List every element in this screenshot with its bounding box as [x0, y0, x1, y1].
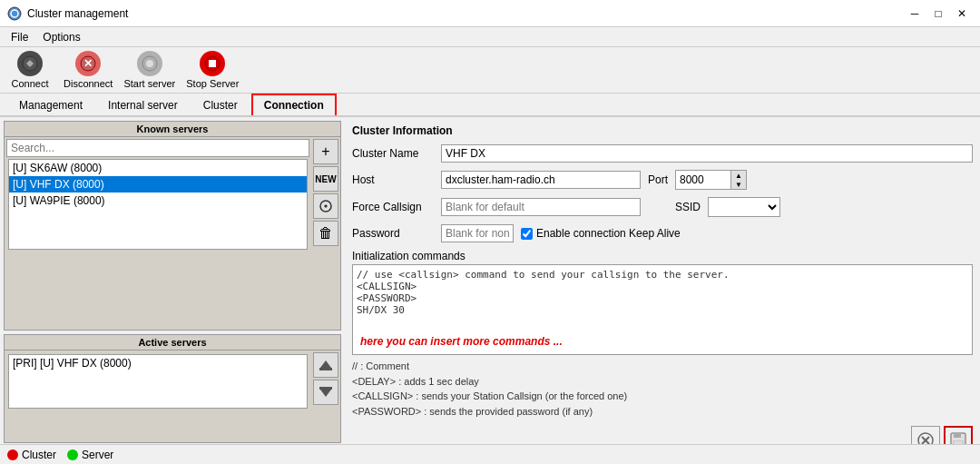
status-bar: Cluster Server — [0, 444, 980, 464]
delete-server-button[interactable]: 🗑 — [313, 221, 338, 246]
move-down-button[interactable] — [313, 380, 338, 405]
ssid-label: SSID — [675, 201, 701, 213]
svg-point-6 — [146, 60, 153, 67]
active-servers-list: [PRI] [U] VHF DX (8000) — [8, 354, 308, 409]
disconnect-icon: ✕ — [75, 51, 101, 76]
force-callsign-input[interactable] — [441, 198, 641, 216]
menu-bar: File Options — [0, 27, 980, 47]
cluster-name-input[interactable] — [441, 144, 973, 163]
add-server-button[interactable]: + — [313, 139, 338, 164]
stop-server-label: Stop Server — [186, 78, 239, 89]
port-input[interactable] — [676, 171, 730, 189]
svg-marker-10 — [320, 360, 331, 368]
connect-label: Connect — [12, 78, 49, 89]
host-label: Host — [352, 173, 434, 186]
options-menu[interactable]: Options — [35, 29, 87, 45]
search-input[interactable] — [6, 139, 309, 157]
cluster-info-title: Cluster Information — [352, 124, 973, 137]
init-commands-section: Initialization commands // use <callsign… — [352, 250, 973, 355]
password-label: Password — [352, 227, 434, 240]
list-item[interactable]: [U] WA9PIE (8000) — [9, 193, 307, 209]
comment-line-3: <CALLSIGN> : sends your Station Callsign… — [352, 389, 973, 404]
list-item[interactable]: [U] VHF DX (8000) — [9, 176, 307, 193]
svg-rect-11 — [319, 368, 332, 370]
insert-more-text: here you can insert more commands ... — [353, 331, 972, 351]
keep-alive-row: Enable connection Keep Alive — [521, 227, 681, 240]
svg-rect-18 — [954, 433, 961, 438]
cluster-name-row: Cluster Name — [352, 144, 973, 163]
server-status-dot — [67, 449, 78, 460]
svg-point-0 — [8, 7, 21, 20]
password-input[interactable] — [441, 224, 514, 242]
port-spinner: ▲ ▼ — [675, 170, 747, 190]
toolbar: Connect ✕ Disconnect Start server Stop S… — [0, 47, 980, 94]
server-status: Server — [67, 449, 113, 461]
init-commands-textarea[interactable]: // use <callsign> command to send your c… — [353, 265, 972, 329]
new-server-button[interactable]: NEW — [313, 166, 338, 192]
comment-line-1: // : Comment — [352, 359, 973, 374]
list-item[interactable]: [PRI] [U] VHF DX (8000) — [9, 355, 307, 371]
active-servers-title: Active servers — [5, 335, 340, 350]
tab-connection[interactable]: Connection — [251, 94, 337, 115]
maximize-button[interactable]: □ — [927, 5, 949, 23]
disconnect-button[interactable]: ✕ Disconnect — [64, 51, 113, 89]
known-servers-buttons: + NEW 🗑 — [311, 137, 340, 253]
host-input[interactable] — [441, 171, 641, 189]
window-controls: ─ □ ✕ — [904, 5, 973, 23]
cluster-name-label: Cluster Name — [352, 147, 434, 160]
stop-server-button[interactable]: Stop Server — [186, 51, 239, 89]
known-servers-section: Known servers [U] SK6AW (8000) [U] VHF D… — [4, 121, 341, 331]
right-panel: Cluster Information Cluster Name Host Po… — [345, 117, 980, 447]
move-up-button[interactable] — [313, 352, 338, 378]
port-down-arrow[interactable]: ▼ — [731, 180, 746, 189]
tab-internal-server[interactable]: Internal server — [96, 94, 190, 115]
keep-alive-checkbox[interactable] — [521, 228, 533, 240]
server-status-label: Server — [82, 449, 113, 461]
init-commands-label: Initialization commands — [352, 250, 973, 262]
tab-management[interactable]: Management — [7, 94, 94, 115]
file-menu[interactable]: File — [4, 29, 35, 45]
force-callsign-label: Force Callsign — [352, 201, 434, 213]
svg-text:✕: ✕ — [83, 57, 93, 70]
start-server-button[interactable]: Start server — [123, 51, 175, 89]
list-item[interactable]: [U] SK6AW (8000) — [9, 160, 307, 176]
cluster-status-dot — [7, 449, 18, 460]
tab-cluster[interactable]: Cluster — [191, 94, 250, 115]
known-servers-list: [U] SK6AW (8000) [U] VHF DX (8000) [U] W… — [8, 159, 308, 250]
start-server-label: Start server — [123, 78, 175, 89]
known-servers-list-area: [U] SK6AW (8000) [U] VHF DX (8000) [U] W… — [5, 137, 311, 253]
cluster-status-label: Cluster — [22, 449, 56, 461]
port-up-arrow[interactable]: ▲ — [731, 171, 746, 180]
active-servers-section: Active servers [PRI] [U] VHF DX (8000) — [4, 334, 341, 443]
callsign-row: Force Callsign SSID — [352, 197, 973, 217]
init-commands-container: // use <callsign> command to send your c… — [352, 264, 973, 355]
app-icon — [7, 6, 22, 21]
svg-rect-8 — [209, 60, 216, 67]
disconnect-label: Disconnect — [64, 78, 113, 89]
cluster-status: Cluster — [7, 449, 56, 461]
main-content: Known servers [U] SK6AW (8000) [U] VHF D… — [0, 117, 980, 447]
svg-marker-12 — [320, 390, 331, 397]
comment-section: // : Comment <DELAY> : adds 1 sec delay … — [352, 359, 973, 419]
minimize-button[interactable]: ─ — [904, 5, 926, 23]
active-servers-inner: [PRI] [U] VHF DX (8000) — [5, 350, 340, 412]
start-server-icon — [137, 51, 162, 76]
known-servers-inner: [U] SK6AW (8000) [U] VHF DX (8000) [U] W… — [5, 137, 340, 253]
connect-button[interactable]: Connect — [7, 51, 53, 89]
ssid-select[interactable] — [708, 197, 780, 217]
comment-line-2: <DELAY> : adds 1 sec delay — [352, 374, 973, 390]
comment-line-4: <PASSWORD> : sends the provided password… — [352, 404, 973, 420]
svg-rect-13 — [319, 387, 332, 390]
left-panel: Known servers [U] SK6AW (8000) [U] VHF D… — [0, 117, 345, 447]
edit-server-button[interactable] — [313, 193, 338, 219]
connect-icon — [17, 51, 43, 76]
active-servers-buttons — [311, 350, 340, 412]
stop-server-icon — [200, 51, 225, 76]
port-label: Port — [648, 173, 668, 186]
window-title: Cluster management — [27, 7, 904, 20]
port-arrows: ▲ ▼ — [730, 171, 746, 189]
active-servers-list-area: [PRI] [U] VHF DX (8000) — [5, 350, 311, 412]
tabs-bar: Management Internal server Cluster Conne… — [0, 94, 980, 117]
password-row: Password Enable connection Keep Alive — [352, 224, 973, 242]
close-button[interactable]: ✕ — [951, 5, 973, 23]
